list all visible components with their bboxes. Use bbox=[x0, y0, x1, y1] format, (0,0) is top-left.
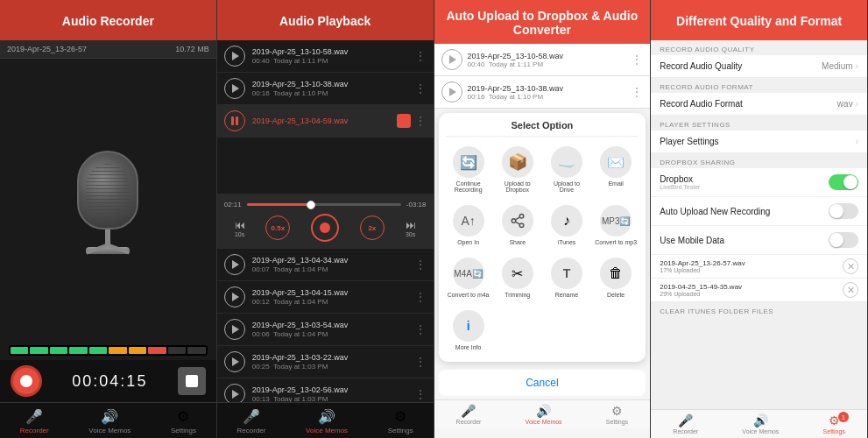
speed-2x-btn[interactable]: 2x bbox=[360, 215, 385, 240]
rec-name-8: 2019-Apr-25_13-02-56.wav bbox=[252, 385, 414, 394]
option-email[interactable]: ✉️ Email bbox=[593, 142, 639, 197]
pb-record-btn[interactable] bbox=[311, 214, 339, 242]
bottom-nav-4: 🎤 Recorder 🔊 Voice Memos ⚙ Settings 1 bbox=[651, 409, 867, 438]
recording-item-4[interactable]: 2019-Apr-25_13-04-34.wav00:07 Today at 1… bbox=[217, 249, 434, 281]
option-mp3[interactable]: MP3🔄 Convert to mp3 bbox=[593, 201, 639, 250]
extra-recordings: 2019-Apr-25_13-04-34.wav00:07 Today at 1… bbox=[217, 249, 434, 402]
modal-title: Select Option bbox=[446, 120, 639, 137]
play-button-7[interactable] bbox=[224, 351, 245, 372]
nav3-recorder[interactable]: 🎤 Recorder bbox=[456, 404, 482, 425]
progress-bar[interactable] bbox=[247, 203, 401, 206]
level-seg-4 bbox=[69, 347, 87, 354]
rename-icon: T bbox=[551, 258, 582, 289]
rec-dots-5[interactable]: ⋮ bbox=[414, 290, 427, 304]
nav3-voice-memos[interactable]: 🔊 Voice Memos bbox=[526, 404, 562, 425]
option-share[interactable]: Share bbox=[495, 201, 540, 250]
play-button-5[interactable] bbox=[224, 286, 245, 307]
cancel-upload-2[interactable]: ✕ bbox=[843, 282, 858, 298]
cancel-upload-1[interactable]: ✕ bbox=[843, 258, 858, 274]
auto-upload-toggle[interactable] bbox=[829, 203, 858, 219]
toggle-knob-mobile bbox=[829, 233, 843, 247]
stop-icon-3[interactable] bbox=[397, 114, 411, 128]
play-button-4[interactable] bbox=[224, 254, 245, 275]
upload-pct-1: 17% Uploaded bbox=[660, 267, 843, 273]
nav-recorder[interactable]: 🎤 Recorder bbox=[20, 408, 49, 434]
option-continue[interactable]: 🔄 Continue Recording bbox=[446, 142, 491, 197]
rec-name-6: 2019-Apr-25_13-03-54.wav bbox=[252, 321, 414, 329]
p3-dots-1[interactable]: ⋮ bbox=[631, 53, 643, 67]
settings-badge: 1 bbox=[838, 412, 849, 422]
rec-dots-1[interactable]: ⋮ bbox=[414, 49, 427, 63]
settings-nav2-icon: ⚙ bbox=[394, 408, 406, 425]
row-audio-quality[interactable]: Record Audio Quality Medium › bbox=[651, 55, 867, 78]
option-open-in[interactable]: A↑ Open In bbox=[446, 201, 491, 250]
rec-dots-6[interactable]: ⋮ bbox=[414, 322, 427, 336]
play-button-1[interactable] bbox=[224, 46, 245, 67]
rec-dots-3[interactable]: ⋮ bbox=[414, 114, 427, 128]
speed-half-btn[interactable]: 0.5x bbox=[265, 215, 290, 240]
rec-dots-4[interactable]: ⋮ bbox=[414, 258, 427, 272]
recording-item-3[interactable]: 2019-Apr-25_13-04-59.wav ⋮ bbox=[217, 105, 434, 138]
p3-play-1[interactable] bbox=[441, 49, 462, 70]
nav2-voice-memos[interactable]: 🔊 Voice Memos bbox=[306, 408, 348, 434]
option-drive[interactable]: ☁️ Upload to Drive bbox=[544, 142, 589, 197]
nav2-recorder[interactable]: 🎤 Recorder bbox=[237, 408, 266, 434]
option-more-info[interactable]: i More Info bbox=[446, 306, 491, 355]
nav3-settings-label: Settings bbox=[606, 419, 628, 425]
dropbox-toggle[interactable] bbox=[829, 174, 858, 190]
recording-item-8[interactable]: 2019-Apr-25_13-02-56.wav00:13 Today at 1… bbox=[217, 378, 434, 402]
nav2-recorder-label: Recorder bbox=[237, 427, 266, 434]
recording-item-7[interactable]: 2019-Apr-25_13-03-22.wav00:25 Today at 1… bbox=[217, 346, 434, 378]
upload-item-2: 2019-04-25_15-49-35.wav 29% Uploaded ✕ bbox=[651, 279, 867, 302]
dropbox-info: Dropbox LiveBird Tester bbox=[660, 174, 700, 190]
info-label: More Info bbox=[455, 344, 482, 350]
nav3-settings[interactable]: ⚙ Settings bbox=[606, 404, 628, 425]
mobile-data-toggle[interactable] bbox=[829, 232, 858, 248]
cancel-button[interactable]: Cancel bbox=[439, 370, 646, 396]
timer-display: 00:04:15 bbox=[72, 372, 147, 391]
play-button-2[interactable] bbox=[224, 78, 245, 99]
option-rename[interactable]: T Rename bbox=[544, 253, 589, 302]
play-button-6[interactable] bbox=[224, 319, 245, 340]
email-label: Email bbox=[608, 180, 624, 187]
nav-settings[interactable]: ⚙ Settings bbox=[171, 408, 196, 434]
p3-rec-meta-1: 00:40 Today at 1:11 PM bbox=[468, 60, 632, 68]
rec-dots-7[interactable]: ⋮ bbox=[414, 355, 427, 369]
row-audio-format[interactable]: Record Audio Format wav › bbox=[651, 93, 867, 116]
skip-back-btn[interactable]: ⏮ 10s bbox=[235, 219, 245, 237]
toggle-knob-dropbox bbox=[843, 175, 857, 189]
recording-item-1[interactable]: 2019-Apr-25_13-10-58.wav 00:40 Today at … bbox=[217, 40, 434, 73]
skip-forward-btn[interactable]: ⏭ 30s bbox=[406, 219, 416, 237]
level-seg-5 bbox=[89, 347, 107, 354]
option-m4a[interactable]: M4A🔄 Convert to m4a bbox=[446, 253, 491, 302]
rec-dots-2[interactable]: ⋮ bbox=[414, 81, 427, 95]
nav4-voice-memos[interactable]: 🔊 Voice Memos bbox=[742, 413, 779, 434]
stop-button[interactable] bbox=[178, 367, 206, 395]
p3-dots-2[interactable]: ⋮ bbox=[631, 85, 643, 99]
voice-nav2-icon: 🔊 bbox=[318, 408, 335, 425]
nav4-recorder[interactable]: 🎤 Recorder bbox=[673, 413, 698, 434]
recorder-controls: 00:04:15 bbox=[0, 360, 216, 402]
player-settings-label: Player Settings bbox=[660, 137, 718, 146]
nav-voice-memos[interactable]: 🔊 Voice Memos bbox=[88, 408, 131, 434]
nav4-settings[interactable]: ⚙ Settings 1 bbox=[823, 413, 845, 434]
pause-button-3[interactable] bbox=[224, 110, 245, 131]
nav2-settings[interactable]: ⚙ Settings bbox=[388, 408, 413, 434]
section-title-dropbox: DROPBOX SHARING bbox=[651, 153, 867, 168]
rec-dots-8[interactable]: ⋮ bbox=[414, 387, 427, 401]
level-bar bbox=[9, 345, 208, 356]
recording-item-6[interactable]: 2019-Apr-25_13-03-54.wav00:06 Today at 1… bbox=[217, 314, 434, 346]
recording-item-5[interactable]: 2019-Apr-25_13-04-15.wav00:12 Today at 1… bbox=[217, 281, 434, 314]
play-button-8[interactable] bbox=[224, 384, 245, 402]
record-button[interactable] bbox=[11, 365, 42, 397]
option-itunes[interactable]: ♪ iTunes bbox=[544, 201, 589, 250]
option-trimming[interactable]: ✂ Trimming bbox=[495, 253, 540, 302]
p3-play-2[interactable] bbox=[441, 81, 462, 102]
skip-forward-icon: ⏭ bbox=[406, 219, 416, 231]
upload-item-1: 2019-Apr-25_13-26-57.wav 17% Uploaded ✕ bbox=[651, 255, 867, 279]
option-delete[interactable]: 🗑 Delete bbox=[593, 253, 639, 302]
recording-item-2[interactable]: 2019-Apr-25_13-10-38.wav 00:16 Today at … bbox=[217, 73, 434, 105]
row-player-settings[interactable]: Player Settings › bbox=[651, 131, 867, 153]
audio-quality-value: Medium › bbox=[822, 61, 858, 71]
option-dropbox[interactable]: 📦 Upload to Dropbox bbox=[495, 142, 540, 197]
